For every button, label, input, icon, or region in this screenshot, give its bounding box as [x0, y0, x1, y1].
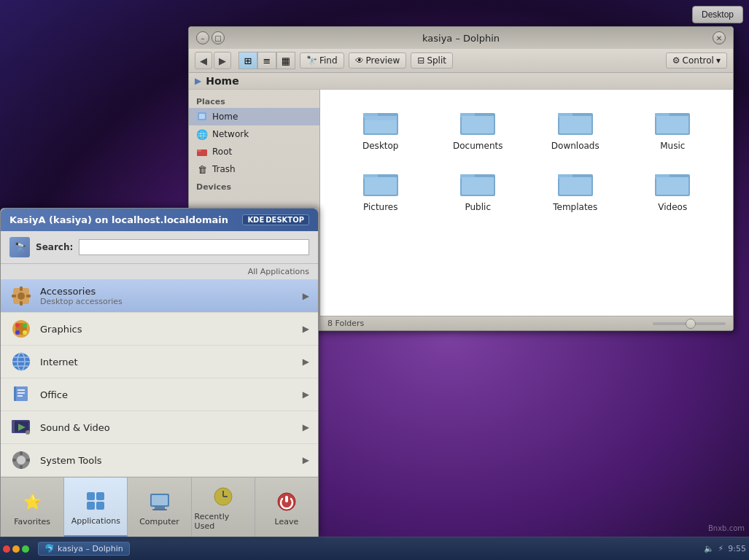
- toolbar: ◀ ▶ ⊞ ≡ ▦ 🔭 Find 👁 Preview ⊟ Split ⚙ Con…: [189, 49, 733, 73]
- control-button[interactable]: ⚙ Control ▾: [666, 52, 727, 69]
- folder-music[interactable]: Music: [624, 101, 722, 155]
- search-input[interactable]: [79, 239, 309, 255]
- preview-button[interactable]: 👁 Preview: [349, 52, 407, 69]
- svg-rect-10: [462, 116, 494, 133]
- svg-rect-69: [152, 509, 167, 510]
- win-minimize-button[interactable]: –: [196, 31, 209, 44]
- folder-downloads[interactable]: Downloads: [527, 101, 624, 155]
- computer-label: Computer: [139, 517, 179, 526]
- split-icon: ⊟: [417, 55, 424, 66]
- svg-point-40: [23, 330, 27, 335]
- folder-videos[interactable]: Videos: [624, 163, 722, 217]
- folder-desktop-label: Desktop: [362, 141, 399, 151]
- list-view-button[interactable]: ≡: [257, 52, 276, 69]
- win-close-button[interactable]: ✕: [713, 31, 726, 44]
- applications-label: Applications: [71, 516, 120, 526]
- search-binoculars-icon: 🔭: [9, 237, 30, 257]
- desktop-label: DESKTOP: [265, 216, 304, 224]
- win-maximize-button[interactable]: □: [211, 31, 225, 44]
- svg-rect-74: [285, 496, 288, 502]
- titlebar: – □ kasiya – Dolphin ✕: [189, 27, 733, 49]
- folder-music-label: Music: [660, 141, 685, 151]
- detail-view-button[interactable]: ▦: [276, 52, 295, 69]
- zoom-slider[interactable]: [653, 322, 726, 325]
- nav-recently-used[interactable]: Recently Used: [192, 478, 255, 537]
- sound-video-arrow-icon: ▶: [303, 422, 309, 432]
- search-row: 🔭 Search:: [1, 231, 318, 264]
- app-menu-header: KasiyA (kasiya) on localhost.localdomain…: [1, 209, 318, 231]
- sidebar-root-label: Root: [212, 147, 232, 157]
- sidebar-item-trash[interactable]: 🗑 Trash: [189, 160, 319, 178]
- category-system-tools[interactable]: System Tools ▶: [1, 444, 318, 477]
- office-name: Office: [40, 389, 68, 400]
- internet-name: Internet: [40, 357, 78, 368]
- root-icon: [196, 146, 208, 158]
- accessories-arrow-icon: ▶: [303, 291, 309, 301]
- taskbar-dolphin-item[interactable]: 🐬 kasiya – Dolphin: [38, 542, 130, 556]
- svg-rect-25: [559, 177, 591, 195]
- taskbar-dots: [3, 545, 29, 553]
- taskbar: 🐬 kasiya – Dolphin 🔈 ⚡ 9:55: [0, 537, 749, 560]
- back-button[interactable]: ◀: [195, 52, 212, 69]
- folder-templates[interactable]: Templates: [527, 163, 624, 217]
- svg-point-37: [15, 323, 20, 327]
- folder-desktop[interactable]: Desktop: [332, 101, 430, 155]
- sidebar-item-root[interactable]: Root: [189, 143, 319, 160]
- svg-rect-13: [559, 116, 591, 133]
- office-arrow-icon: ▶: [303, 389, 309, 400]
- svg-rect-55: [12, 420, 15, 433]
- svg-point-38: [23, 323, 27, 327]
- folder-pictures[interactable]: Pictures: [332, 163, 430, 217]
- split-button[interactable]: ⊟ Split: [411, 52, 453, 69]
- desktop-button[interactable]: Desktop: [692, 6, 743, 23]
- breadcrumb-home[interactable]: Home: [206, 75, 238, 87]
- category-internet[interactable]: Internet ▶: [1, 346, 318, 378]
- svg-rect-59: [20, 465, 23, 469]
- svg-rect-62: [87, 492, 95, 500]
- svg-rect-58: [20, 451, 23, 455]
- svg-rect-63: [96, 492, 104, 500]
- leave-label: Leave: [275, 517, 299, 526]
- category-accessories[interactable]: Accessories Desktop accessories ▶: [1, 280, 318, 313]
- svg-rect-33: [12, 295, 16, 298]
- network-icon: 🌐: [196, 128, 208, 140]
- svg-point-54: [26, 430, 30, 435]
- sidebar-item-home[interactable]: Home: [189, 108, 319, 125]
- dot-yellow: [12, 545, 20, 553]
- dolphin-task-label: kasiya – Dolphin: [58, 544, 123, 553]
- icon-view-button[interactable]: ⊞: [238, 52, 257, 69]
- file-area: Desktop Documents: [320, 90, 733, 330]
- svg-rect-61: [26, 459, 30, 462]
- category-office[interactable]: Office ▶: [1, 378, 318, 411]
- recently-used-label: Recently Used: [195, 512, 252, 531]
- volume-icon[interactable]: 🔈: [704, 544, 714, 553]
- svg-rect-16: [656, 116, 688, 133]
- find-button[interactable]: 🔭 Find: [300, 52, 344, 69]
- dot-green: [22, 545, 29, 553]
- nav-applications[interactable]: Applications: [64, 478, 128, 537]
- category-graphics[interactable]: Graphics ▶: [1, 313, 318, 346]
- accessories-icon: [9, 284, 33, 308]
- nav-computer[interactable]: Computer: [128, 478, 191, 537]
- forward-button[interactable]: ▶: [214, 52, 231, 69]
- address-bar: ▶ Home: [189, 73, 733, 90]
- folder-public-label: Public: [465, 202, 491, 212]
- sidebar-item-network[interactable]: 🌐 Network: [189, 125, 319, 143]
- dolphin-task-icon: 🐬: [44, 544, 55, 553]
- taskbar-system-tray: 🔈 ⚡ 9:55: [704, 544, 746, 553]
- category-sound-video[interactable]: Sound & Video ▶: [1, 411, 318, 444]
- folder-templates-label: Templates: [553, 202, 597, 212]
- internet-arrow-icon: ▶: [303, 357, 309, 367]
- watermark: Bnxb.com: [708, 524, 745, 532]
- folder-count: 8 Folders: [327, 319, 364, 328]
- office-icon: [9, 383, 33, 406]
- folder-public[interactable]: Public: [430, 163, 527, 217]
- svg-rect-32: [20, 301, 23, 306]
- graphics-arrow-icon: ▶: [303, 324, 309, 334]
- svg-rect-19: [365, 177, 397, 195]
- folder-documents[interactable]: Documents: [430, 101, 527, 155]
- nav-favorites[interactable]: ⭐ Favorites: [1, 478, 64, 537]
- nav-leave[interactable]: Leave: [255, 478, 318, 537]
- clock: 9:55: [728, 544, 746, 553]
- svg-rect-48: [18, 389, 25, 391]
